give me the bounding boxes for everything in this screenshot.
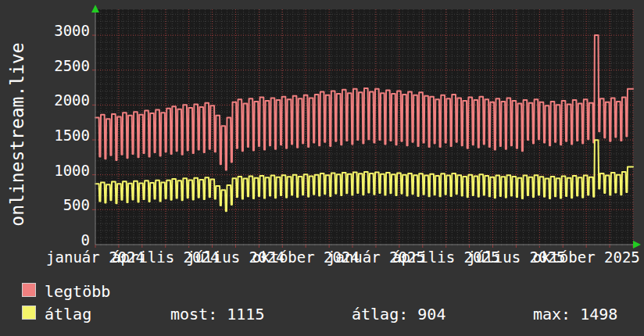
x-tick-label: október 2025 <box>533 248 640 266</box>
graph-window: onlinestream.live 0500100015002000250030… <box>0 0 644 336</box>
y-tick-label: 2500 <box>23 57 90 74</box>
y-tick-label: 1000 <box>23 162 90 179</box>
stat-max-label: max: <box>533 305 571 323</box>
y-tick-label: 2000 <box>23 91 90 109</box>
stat-avg-label: átlag: <box>352 305 408 323</box>
axis-up-arrow-icon <box>91 5 99 13</box>
stat-most-value: 1115 <box>227 305 264 323</box>
stat-max-value: 1498 <box>580 305 617 323</box>
chart-plot-area <box>91 5 644 256</box>
stat-most-label: most: <box>170 305 217 323</box>
y-tick-label: 3000 <box>23 22 90 39</box>
stat-max: max: 1498 <box>533 305 617 323</box>
y-tick-label: 500 <box>23 196 90 213</box>
stat-avg-value: 904 <box>417 305 445 323</box>
stat-avg: átlag: 904 <box>352 305 445 323</box>
legend-label-avg: átlag <box>45 305 91 323</box>
legend-swatch-avg-icon <box>22 306 36 320</box>
y-tick-label: 0 <box>23 231 90 248</box>
legend-label-max: legtöbb <box>45 282 110 301</box>
stat-most: most: 1115 <box>170 305 264 323</box>
axis-right-arrow-icon <box>633 241 641 248</box>
y-tick-label: 1500 <box>23 127 90 144</box>
legend-swatch-max-icon <box>22 283 36 297</box>
